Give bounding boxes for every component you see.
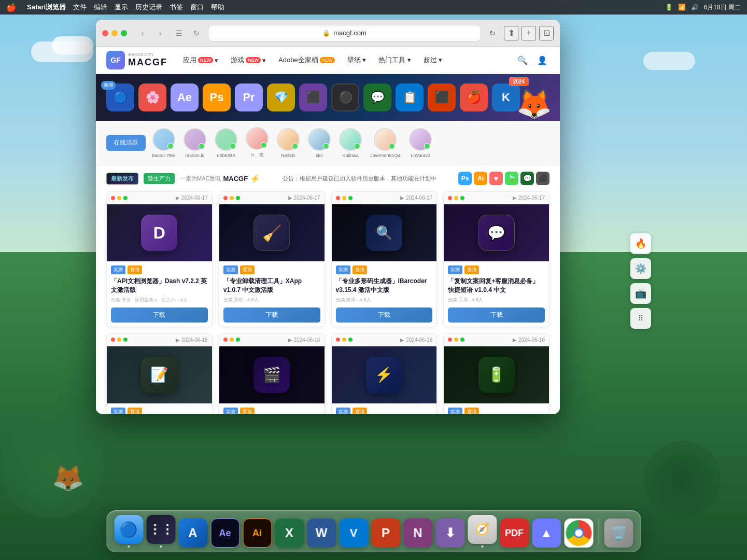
dock-finder[interactable]: 🔵	[114, 515, 143, 548]
menu-view[interactable]: 显示	[115, 3, 128, 12]
user-5: Neilids	[277, 128, 300, 158]
nav-adobe[interactable]: Adobe全家桶 NEW	[273, 53, 340, 67]
card-body-8: 实测 置顶 电池健康充电 分类:系统 下载	[444, 403, 549, 414]
app-card-xapp: ▶ 2024-06-17 🧹 实测 置顶 「专业卸载清理工具」XApp v1.0…	[219, 191, 325, 327]
settings-sidebar-icon[interactable]: ⚙️	[630, 258, 651, 279]
games-badge: NEW	[246, 57, 261, 63]
office-banner-icon: ⬛	[428, 83, 456, 111]
website-content: GF MACOS CITY MACGF 应用 NEW ▾ 游戏 NEW ▾ Ad…	[96, 47, 560, 414]
sidebar-button[interactable]: ⊡	[539, 26, 554, 40]
search-icon[interactable]: 🔍	[515, 53, 530, 67]
nav-popular[interactable]: 热门工具 ▾	[373, 53, 416, 67]
card-date-8: ▶ 2024-06-16	[513, 337, 545, 343]
download-btn-3[interactable]: 下载	[336, 307, 433, 323]
nav-more[interactable]: 超过 ▾	[418, 53, 448, 67]
grid-sidebar-icon[interactable]: ⠿	[630, 308, 651, 329]
nav-apps[interactable]: 应用 NEW ▾	[178, 53, 223, 67]
dock-astro[interactable]: ▲	[532, 519, 561, 548]
menu-help[interactable]: 帮助	[211, 3, 224, 12]
tag-realtest-2: 实测	[223, 265, 238, 274]
url-text: macgf.com	[333, 29, 367, 37]
dock-onenote[interactable]: N	[403, 519, 432, 548]
dock-pdf[interactable]: PDF	[500, 519, 529, 548]
lightning-icon: ⚡	[250, 174, 260, 184]
apple-menu[interactable]: 🍎	[6, 3, 17, 12]
dock-launchpad[interactable]: ⋮⋮	[146, 515, 175, 548]
reload-action[interactable]: ↻	[485, 26, 500, 40]
logo-main: MACGF	[128, 57, 167, 68]
download-btn-4[interactable]: 下载	[448, 307, 545, 323]
screenrecord-icon: 🎬	[253, 357, 290, 393]
nav-games[interactable]: 游戏 NEW ▾	[225, 53, 271, 67]
menubar-app-icon: ⚡	[366, 357, 402, 393]
phrases-icon: 💬	[478, 215, 515, 251]
address-bar[interactable]: 🔒 macgf.com	[208, 25, 481, 41]
reload-button[interactable]: ↻	[189, 26, 204, 40]
dock-aftereffects[interactable]: Ae	[210, 519, 239, 548]
app7-banner-icon: ⬛	[299, 83, 327, 111]
dock-illustrator[interactable]: Ai	[243, 519, 272, 548]
card-body-7: 实测 置顶 菜单栏快捷功能 分类:工具 下载	[332, 403, 437, 414]
banner-apps: 🔵 🌸 Ae Ps Pr 💎 ⬛ ⚫ 💬 📋 ⬛ 🍎 K	[96, 83, 530, 111]
tag-realtest-6: 实测	[223, 408, 238, 414]
close-button[interactable]	[102, 30, 108, 36]
menu-file[interactable]: 文件	[73, 3, 87, 12]
heart-icon: ♥	[489, 172, 503, 185]
card-dots-1	[111, 196, 128, 200]
user-name-9: LnVancal	[411, 153, 430, 158]
ibarcoder-icon: 🔍	[366, 215, 402, 251]
back-button[interactable]: ‹	[135, 26, 150, 40]
card-header-4: ▶ 2024-06-17	[444, 192, 549, 204]
fire-sidebar-icon[interactable]: 🔥	[630, 233, 651, 254]
card-body-4: 实测 置顶 「复制文案回复+客服消息必备」快捷短语 v1.0.4 中文 分类:工…	[444, 261, 549, 327]
tv-sidebar-icon[interactable]: 📺	[630, 283, 651, 304]
ppt-dock-icon: P	[371, 519, 400, 548]
teams-banner-icon: 📋	[396, 83, 424, 111]
menu-history[interactable]: 历史记录	[135, 3, 162, 12]
ps-banner-icon: Ps	[203, 83, 231, 111]
latest-badge: 最新发布	[106, 173, 138, 185]
menu-bookmarks[interactable]: 书签	[170, 3, 183, 12]
tag-realtest-4: 实测	[448, 265, 462, 274]
card-meta-3: 分类:效率 · 4-8人	[336, 297, 433, 303]
tag-top-2: 置顶	[240, 265, 255, 274]
nav-wallpaper[interactable]: 壁纸 ▾	[342, 53, 372, 67]
dot-yellow	[117, 196, 121, 200]
dock-trash[interactable]: 🗑️	[604, 519, 633, 548]
safari-toolbar: ‹ › ☰ ↻ 🔒 macgf.com ↻ ⬆ ＋ ⊡	[96, 20, 560, 47]
dock-chrome[interactable]	[564, 519, 593, 548]
share-button[interactable]: ⬆	[504, 26, 518, 40]
new-tab-button[interactable]: ＋	[522, 26, 536, 40]
minimize-button[interactable]	[111, 30, 118, 36]
right-sidebar: 🔥 ⚙️ 📺 ⠿	[630, 233, 651, 329]
fullscreen-button[interactable]	[121, 30, 127, 36]
forward-button[interactable]: ›	[153, 26, 167, 40]
dock-powerpoint[interactable]: P	[371, 519, 400, 548]
menu-window[interactable]: 窗口	[190, 3, 204, 12]
downie-dock-icon: ⬇	[435, 519, 464, 548]
menu-edit[interactable]: 编辑	[94, 3, 107, 12]
dock-safari[interactable]: 🧭	[468, 515, 497, 548]
user-icon[interactable]: 👤	[535, 53, 549, 67]
tag-top-5: 置顶	[128, 408, 142, 414]
dock-excel[interactable]: X	[275, 519, 304, 548]
app-name[interactable]: Safari浏览器	[27, 3, 66, 12]
card-screenshot-8: 🔋	[444, 346, 549, 403]
card-screenshot-7: ⚡	[332, 346, 437, 403]
card-date-3: ▶ 2024-06-17	[400, 195, 432, 201]
onenote-dock-icon: N	[403, 519, 432, 548]
section-logo: 一素为MAC发电 MACGF ⚡	[180, 174, 260, 184]
dock-appstore[interactable]: A	[178, 519, 207, 548]
download-btn-2[interactable]: 下载	[223, 307, 320, 323]
download-btn-1[interactable]: 下载	[111, 307, 208, 323]
card-tags-3: 实测 置顶	[336, 265, 433, 274]
dock-visio[interactable]: V	[339, 519, 368, 548]
card-dots-4	[448, 196, 464, 200]
sidebar-toggle[interactable]: ☰	[172, 26, 186, 40]
dock-downie[interactable]: ⬇	[435, 519, 464, 548]
online-activity-button[interactable]: 在线活跃	[106, 135, 146, 151]
word-dock-icon: W	[307, 519, 336, 548]
battery-app-icon: 🔋	[478, 357, 515, 393]
tag-realtest-5: 实测	[111, 408, 125, 414]
dock-word[interactable]: W	[307, 519, 336, 548]
